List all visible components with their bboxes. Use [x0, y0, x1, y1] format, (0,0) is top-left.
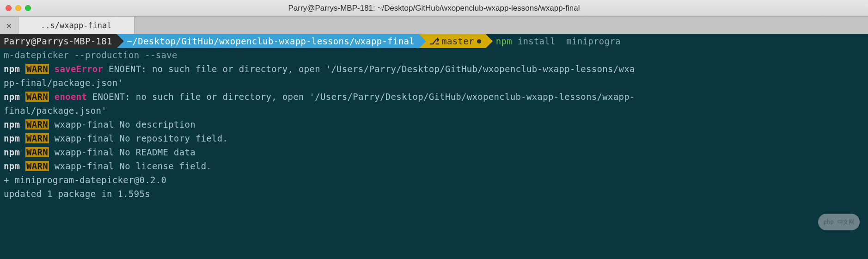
close-tab-button[interactable]: ✕: [0, 17, 18, 34]
prompt-line: Parry@Parrys-MBP-181 ~/Desktop/GitHub/wx…: [0, 34, 868, 48]
output-line: final/package.json': [0, 104, 868, 117]
output-line: npm WARN wxapp-final No repository field…: [0, 131, 868, 145]
watermark: php 中文网: [818, 214, 860, 230]
output-line: npm WARN wxapp-final No README data: [0, 145, 868, 159]
output-result-line: updated 1 package in 1.595s: [0, 187, 868, 201]
traffic-lights: [6, 5, 31, 11]
window-titlebar: Parry@Parrys-MBP-181: ~/Desktop/GitHub/w…: [0, 0, 868, 17]
output-line: npm WARN saveError ENOENT: no such file …: [0, 62, 868, 76]
tab-label: ..s/wxapp-final: [41, 21, 112, 30]
output-line: pp-final/package.json': [0, 76, 868, 90]
output-line: npm WARN enoent ENOENT: no such file or …: [0, 90, 868, 104]
command-text-wrap: m-datepicker --production --save: [0, 48, 868, 62]
watermark-badge: php 中文网: [818, 214, 860, 230]
tab-active[interactable]: ..s/wxapp-final: [18, 17, 134, 34]
prompt-user-segment: Parry@Parrys-MBP-181: [0, 34, 117, 48]
command-text: npm install miniprogra: [486, 34, 621, 48]
prompt-path-segment: ~/Desktop/GitHub/wxopenclub-wxapp-lesson…: [117, 34, 419, 48]
prompt-branch-segment: ⎇master: [419, 34, 486, 48]
window-title: Parry@Parrys-MBP-181: ~/Desktop/GitHub/w…: [288, 4, 580, 13]
output-line: npm WARN wxapp-final No description: [0, 117, 868, 131]
output-result-line: + miniprogram-datepicker@0.2.0: [0, 173, 868, 187]
terminal-output[interactable]: Parry@Parrys-MBP-181 ~/Desktop/GitHub/wx…: [0, 34, 868, 259]
maximize-window-button[interactable]: [25, 5, 31, 11]
close-window-button[interactable]: [6, 5, 12, 11]
minimize-window-button[interactable]: [15, 5, 21, 11]
git-branch-icon: ⎇: [429, 34, 440, 48]
output-line: npm WARN wxapp-final No license field.: [0, 159, 868, 173]
tab-bar: ✕ ..s/wxapp-final: [0, 17, 868, 34]
branch-dirty-dot-icon: [477, 39, 481, 43]
